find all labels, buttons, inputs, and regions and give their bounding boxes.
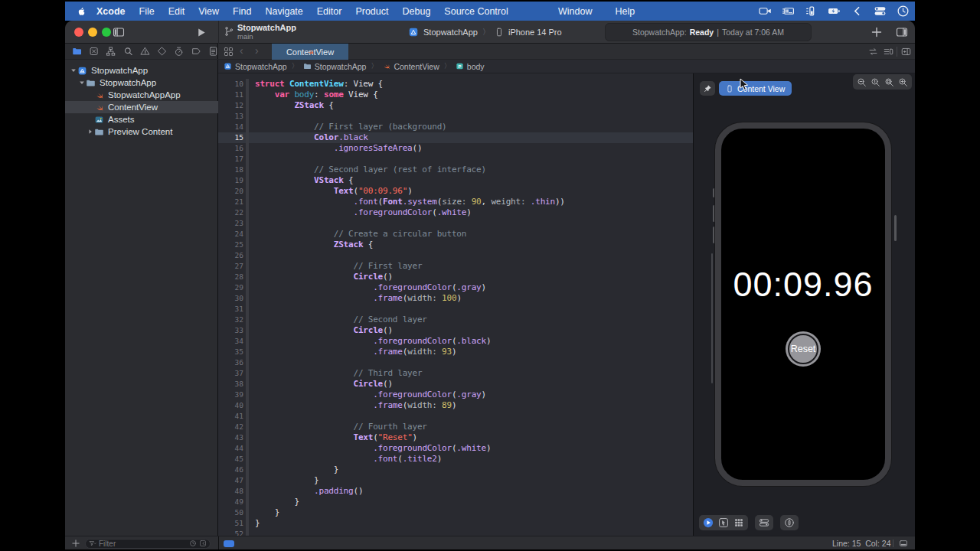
code-line-31[interactable]: 31 xyxy=(218,304,693,315)
editor-mode-icon[interactable] xyxy=(898,539,909,548)
code-line-19[interactable]: 19 VStack { xyxy=(218,175,693,186)
tree-item-stopwatchapp[interactable]: StopwatchApp xyxy=(65,77,218,89)
preview-pin-button[interactable] xyxy=(700,81,715,96)
code-line-45[interactable]: 45 .font(.title2) xyxy=(218,454,693,465)
code-line-42[interactable]: 42 // Fourth layer xyxy=(218,422,693,432)
menu-xcode[interactable]: Xcode xyxy=(90,6,132,17)
code-line-39[interactable]: 39 .foregroundColor(.gray) xyxy=(218,390,693,400)
apple-icon[interactable] xyxy=(76,6,87,17)
library-add-icon[interactable] xyxy=(871,26,883,38)
code-line-50[interactable]: 50 } xyxy=(218,507,693,518)
code-line-37[interactable]: 37 // Third layer xyxy=(218,368,693,379)
code-line-32[interactable]: 32 // Second layer xyxy=(218,315,693,325)
code-line-28[interactable]: 28 Circle() xyxy=(218,272,693,282)
tab-contentview[interactable]: ContentView xyxy=(272,44,348,60)
source-control-navigator-icon[interactable] xyxy=(89,46,99,57)
code-line-18[interactable]: 18 // Second layer (rest of interface) xyxy=(218,165,693,175)
code-line-13[interactable]: 13 xyxy=(218,111,693,122)
forward-chevron-icon[interactable]: › xyxy=(255,44,259,57)
code-line-44[interactable]: 44 .foregroundColor(.white) xyxy=(218,443,693,454)
code-line-21[interactable]: 21 .font(Font.system(size: 90, weight: .… xyxy=(218,197,693,207)
selectable-mode-icon[interactable] xyxy=(718,517,729,528)
scheme-name[interactable]: StopwatchApp xyxy=(423,28,478,37)
battery-icon[interactable] xyxy=(828,5,841,18)
menu-window[interactable]: Window xyxy=(551,6,599,17)
code-line-49[interactable]: 49 } xyxy=(218,497,693,507)
code-line-16[interactable]: 16 .ignoresSafeArea() xyxy=(218,143,693,154)
code-line-34[interactable]: 34 .foregroundColor(.black) xyxy=(218,336,693,347)
code-line-27[interactable]: 27 // First layer xyxy=(218,261,693,272)
debug-navigator-icon[interactable] xyxy=(174,46,184,57)
screen-recording-icon[interactable] xyxy=(759,5,772,18)
code-line-35[interactable]: 35 .frame(width: 93) xyxy=(218,347,693,357)
zoom-fit-icon[interactable] xyxy=(884,77,894,87)
menu-source-control[interactable]: Source Control xyxy=(437,6,514,17)
scheme-selector[interactable]: StopwatchApp 〉 iPhone 14 Pro xyxy=(408,21,562,44)
menu-file[interactable]: File xyxy=(132,6,162,17)
report-navigator-icon[interactable] xyxy=(208,46,218,57)
zoom-window-button[interactable] xyxy=(102,28,111,37)
chevron-down-icon[interactable] xyxy=(78,79,86,86)
code-line-22[interactable]: 22 .foregroundColor(.white) xyxy=(218,207,693,218)
editor-options-icon[interactable] xyxy=(884,47,893,57)
canvas-scrollbar[interactable] xyxy=(711,253,713,383)
run-destination[interactable]: iPhone 14 Pro xyxy=(508,28,562,37)
display-toggles-icon[interactable] xyxy=(874,5,887,18)
menu-debug[interactable]: Debug xyxy=(396,6,438,17)
breadcrumb-body[interactable]: Pbody xyxy=(456,62,485,71)
breadcrumb-stopwatchapp[interactable]: StopwatchApp xyxy=(303,62,367,71)
breadcrumb-stopwatchapp[interactable]: StopwatchApp xyxy=(224,62,287,71)
variants-icon[interactable] xyxy=(733,517,744,528)
code-line-10[interactable]: 10struct ContentView: View { xyxy=(218,79,693,90)
back-chevron-icon[interactable]: ‹ xyxy=(240,44,243,57)
source-control-filter-icon[interactable] xyxy=(199,540,207,547)
menu-edit[interactable]: Edit xyxy=(162,6,192,17)
minimize-window-button[interactable] xyxy=(88,28,97,37)
code-line-41[interactable]: 41 xyxy=(218,411,693,422)
chevron-down-icon[interactable] xyxy=(70,67,77,74)
project-status[interactable]: StopwatchApp main xyxy=(224,23,296,41)
chevron-right-icon[interactable] xyxy=(87,128,94,135)
recent-files-clock-icon[interactable] xyxy=(189,540,197,547)
tree-item-contentview[interactable]: ContentView xyxy=(65,101,218,113)
toggle-inspector-icon[interactable] xyxy=(896,26,908,38)
tree-item-assets[interactable]: Assets xyxy=(65,113,218,126)
clock-icon[interactable] xyxy=(897,5,910,18)
code-line-51[interactable]: 51} xyxy=(218,518,693,529)
code-line-24[interactable]: 24 // Create a circular button xyxy=(218,229,693,240)
toggle-navigator-icon[interactable] xyxy=(113,26,125,38)
code-line-43[interactable]: 43 Text("Reset") xyxy=(218,432,693,443)
zoom-out-icon[interactable] xyxy=(857,77,867,87)
preview-target-pill[interactable]: Content View xyxy=(719,81,792,96)
swap-editor-icon[interactable] xyxy=(868,47,878,57)
menu-navigate[interactable]: Navigate xyxy=(258,6,309,17)
navigator-filter-field[interactable]: Filter xyxy=(85,539,211,549)
menu-find[interactable]: Find xyxy=(226,6,258,17)
cpu-meter-icon[interactable] xyxy=(782,5,795,18)
code-line-33[interactable]: 33 Circle() xyxy=(218,325,693,336)
code-line-15[interactable]: 15 Color.black xyxy=(218,132,693,143)
device-settings-icon[interactable] xyxy=(759,517,769,528)
tree-item-stopwatchapp[interactable]: StopwatchApp xyxy=(65,64,218,77)
code-line-26[interactable]: 26 xyxy=(218,250,693,261)
memory-meter-icon[interactable] xyxy=(805,5,818,18)
code-line-48[interactable]: 48 .padding() xyxy=(218,486,693,497)
test-navigator-icon[interactable] xyxy=(157,46,167,57)
code-line-38[interactable]: 38 Circle() xyxy=(218,379,693,390)
code-line-20[interactable]: 20 Text("00:09.96") xyxy=(218,186,693,197)
code-line-11[interactable]: 11 var body: some View { xyxy=(218,90,693,100)
code-line-17[interactable]: 17 xyxy=(218,154,693,165)
tree-item-stopwatchappapp[interactable]: StopwatchAppApp xyxy=(65,89,218,101)
breadcrumb-contentview[interactable]: ContentView xyxy=(382,62,439,71)
chevron-left-icon[interactable] xyxy=(851,5,864,18)
source-editor[interactable]: 10struct ContentView: View {11 var body:… xyxy=(218,73,693,536)
add-file-icon[interactable] xyxy=(71,539,80,548)
code-line-52[interactable]: 52 xyxy=(218,529,693,536)
issue-navigator-icon[interactable] xyxy=(140,46,150,57)
breakpoint-navigator-icon[interactable] xyxy=(191,46,201,57)
project-navigator-icon[interactable] xyxy=(72,46,82,57)
zoom-100-icon[interactable] xyxy=(871,77,880,87)
live-preview-icon[interactable] xyxy=(703,517,714,528)
code-line-46[interactable]: 46 } xyxy=(218,465,693,475)
code-line-29[interactable]: 29 .foregroundColor(.gray) xyxy=(218,282,693,293)
